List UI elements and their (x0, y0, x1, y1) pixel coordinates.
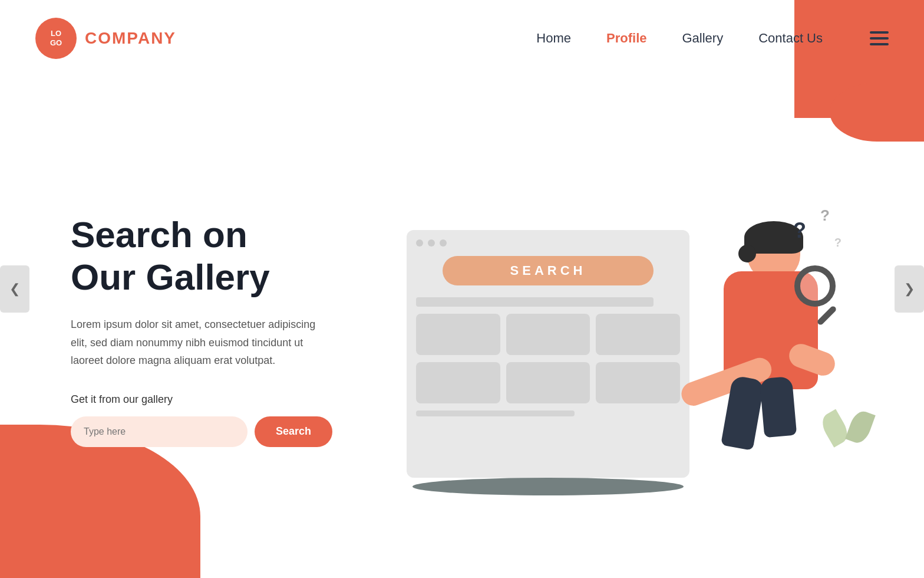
magnifier-circle (794, 265, 836, 307)
mock-card-5 (506, 362, 590, 403)
mock-content-rows (416, 297, 680, 416)
person-leg-right (760, 376, 797, 438)
browser-dots (416, 239, 680, 247)
main-nav: Home Profile Gallery Contact Us (536, 31, 889, 46)
question-mark-3: ? (834, 236, 842, 249)
search-button[interactable]: Search (255, 416, 332, 447)
browser-dot-1 (416, 239, 423, 247)
mock-card-6 (596, 362, 680, 403)
mock-card-4 (416, 362, 500, 403)
right-illustration: SEARCH ? ? ? (377, 124, 865, 525)
hamburger-menu-button[interactable] (870, 31, 889, 45)
left-content: Search on Our Gallery Lorem ipsum dolor … (71, 202, 377, 446)
logo-area: LO GO COMPANY (35, 18, 176, 59)
mock-card-2 (506, 314, 590, 355)
chevron-right-icon: ❯ (904, 281, 915, 297)
hero-title: Search on Our Gallery (71, 214, 377, 298)
magnifier-icon (794, 265, 836, 327)
hamburger-line-1 (870, 31, 889, 34)
chevron-left-icon: ❮ (9, 281, 20, 297)
mock-search-bar: SEARCH (443, 256, 654, 285)
mock-content-row-full-1 (416, 297, 654, 307)
browser-dot-3 (440, 239, 447, 247)
hero-description: Lorem ipsum dolor sit amet, consectetuer… (71, 316, 318, 370)
hamburger-line-3 (870, 43, 889, 45)
browser-dot-2 (428, 239, 435, 247)
browser-mockup: SEARCH (407, 230, 689, 478)
logo-text: LO GO (50, 29, 62, 47)
person-illustration (676, 206, 842, 490)
magnifier-handle (816, 305, 837, 326)
mock-card-1 (416, 314, 500, 355)
company-name: COMPANY (85, 29, 176, 48)
main-content: Search on Our Gallery Lorem ipsum dolor … (0, 59, 924, 566)
header: LO GO COMPANY Home Profile Gallery Conta… (0, 0, 924, 59)
mock-card-3 (596, 314, 680, 355)
hamburger-line-2 (870, 37, 889, 40)
search-input[interactable] (71, 416, 248, 447)
oval-shadow (412, 478, 684, 495)
mock-content-row-small (416, 410, 575, 416)
prev-arrow-button[interactable]: ❮ (0, 265, 29, 313)
question-mark-2: ? (820, 206, 830, 225)
leaf-2 (845, 408, 876, 446)
mock-content-grid-1 (416, 314, 680, 355)
person-arm-right (786, 341, 839, 379)
question-mark-1: ? (793, 218, 806, 243)
gallery-label: Get it from our gallery (71, 393, 377, 406)
mock-content-grid-2 (416, 362, 680, 403)
next-arrow-button[interactable]: ❯ (895, 265, 924, 313)
nav-home[interactable]: Home (536, 31, 571, 46)
search-row: Search (71, 416, 377, 447)
nav-gallery[interactable]: Gallery (682, 31, 723, 46)
nav-contact-us[interactable]: Contact Us (758, 31, 823, 46)
nav-profile[interactable]: Profile (606, 31, 646, 46)
mock-search-bar-text: SEARCH (510, 263, 586, 278)
logo-circle: LO GO (35, 18, 77, 59)
